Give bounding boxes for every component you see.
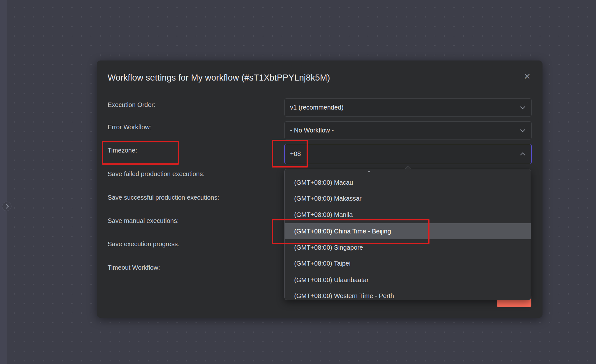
chevron-down-icon [520, 104, 525, 109]
chevron-right-icon [4, 204, 8, 209]
chevron-down-icon [520, 127, 525, 132]
error-workflow-value: - No Workflow - [290, 127, 521, 134]
form-row-label-6: Save manual executions: [108, 217, 179, 225]
execution-order-select[interactable]: v1 (recommended) [284, 98, 532, 117]
form-row-label-7: Save execution progress: [108, 240, 180, 248]
collapsed-sidebar [0, 0, 7, 364]
error-workflow-select[interactable]: - No Workflow - [284, 121, 532, 139]
close-icon[interactable]: ✕ [520, 69, 534, 83]
timezone-option[interactable]: (GMT+08:00) China Time - Beijing [285, 223, 531, 239]
timezone-combobox[interactable]: +08 [284, 144, 532, 164]
clipped-option-fragment [368, 171, 370, 172]
form-row-label-3: Timezone: [108, 147, 137, 154]
form-row-label-4: Save failed production executions: [108, 170, 205, 178]
timezone-option[interactable]: (GMT+08:00) Ulaanbaatar [285, 272, 531, 288]
form-row-label-8: Timeout Workflow: [108, 264, 160, 271]
timezone-option[interactable]: (GMT+08:00) Macau [285, 175, 531, 190]
execution-order-value: v1 (recommended) [290, 104, 521, 111]
form-row-label-1: Execution Order: [108, 101, 155, 109]
timezone-option[interactable]: (GMT+08:00) Singapore [285, 239, 531, 255]
chevron-up-icon [520, 152, 525, 157]
sidebar-expand-button[interactable] [2, 202, 11, 211]
form-row-label-2: Error Workflow: [108, 124, 151, 131]
timezone-option[interactable]: (GMT+08:00) Western Time - Perth [285, 288, 531, 300]
form-row-label-5: Save successful production executions: [108, 194, 219, 201]
n8n-canvas: Workflow settings for My workflow (#sT1X… [0, 0, 596, 364]
timezone-option[interactable]: (GMT+08:00) Manila [285, 207, 531, 223]
timezone-option[interactable]: (GMT+08:00) Taipei [285, 255, 531, 271]
timezone-dropdown-list[interactable]: (GMT+08:00) Macau(GMT+08:00) Makassar(GM… [284, 169, 531, 300]
timezone-option[interactable]: (GMT+08:00) Makassar [285, 190, 531, 206]
timezone-input[interactable]: +08 [290, 150, 521, 158]
modal-title: Workflow settings for My workflow (#sT1X… [108, 73, 330, 83]
